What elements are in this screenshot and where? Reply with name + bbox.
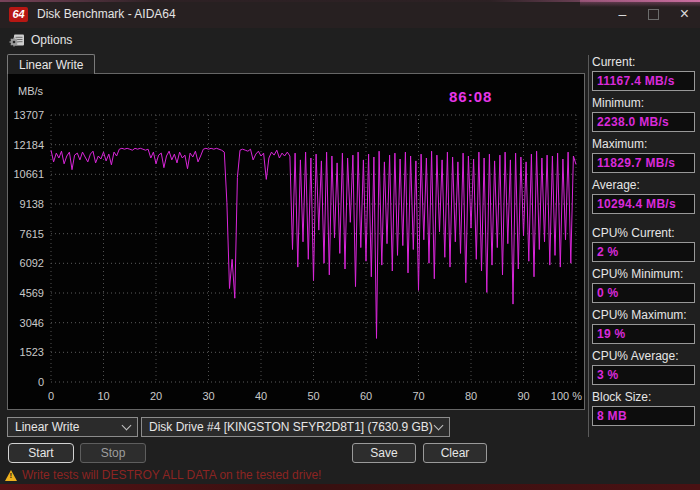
stop-button[interactable]: Stop: [80, 443, 146, 463]
stat-label: CPU% Maximum:: [592, 308, 700, 322]
options-icon: [9, 33, 25, 47]
stat-maximum: Maximum: 11829.7 MB/s: [592, 137, 700, 173]
stat-value: 2238.0 MB/s: [592, 112, 695, 132]
stat-label: Average:: [592, 178, 700, 192]
tab-label: Linear Write: [19, 58, 83, 72]
warning-icon: [5, 470, 17, 481]
stat-cpu-minimum: CPU% Minimum: 0 %: [592, 267, 700, 303]
stats-sidebar: Current: 11167.4 MB/s Minimum: 2238.0 MB…: [588, 55, 700, 437]
maximize-icon: [648, 9, 659, 20]
svg-text:30: 30: [202, 390, 214, 402]
test-type-select-value: Linear Write: [15, 420, 79, 434]
app-window: 64 Disk Benchmark - AIDA64 – ×: [0, 0, 700, 490]
stat-label: Minimum:: [592, 96, 700, 110]
svg-text:1523: 1523: [20, 346, 44, 358]
drive-select-value: Disk Drive #4 [KINGSTON SFYR2D8T1] (7630…: [149, 420, 433, 434]
window-title: Disk Benchmark - AIDA64: [37, 7, 176, 21]
stat-cpu-current: CPU% Current: 2 %: [592, 226, 700, 262]
stat-cpu-average: CPU% Average: 3 %: [592, 349, 700, 385]
svg-text:40: 40: [255, 390, 267, 402]
title-bar: 64 Disk Benchmark - AIDA64 – ×: [0, 0, 700, 28]
svg-text:4569: 4569: [20, 287, 44, 299]
svg-text:0: 0: [48, 390, 54, 402]
stat-label: CPU% Current:: [592, 226, 700, 240]
tab-linear-write[interactable]: Linear Write: [7, 54, 95, 74]
start-button[interactable]: Start: [8, 443, 74, 463]
stat-value: 3 %: [592, 365, 695, 385]
chart-panel: 0152330464569609276159138106611218413707…: [7, 73, 585, 410]
drive-select[interactable]: Disk Drive #4 [KINGSTON SFYR2D8T1] (7630…: [141, 417, 450, 437]
save-button[interactable]: Save: [352, 443, 416, 463]
stat-label: Current:: [592, 55, 700, 69]
menu-bar: Options: [0, 28, 700, 52]
svg-text:6092: 6092: [20, 257, 44, 269]
stat-value: 11167.4 MB/s: [592, 71, 695, 91]
svg-text:50: 50: [307, 390, 319, 402]
chevron-down-icon: [122, 421, 132, 431]
stat-block-size: Block Size: 8 MB: [592, 390, 700, 426]
stat-label: Maximum:: [592, 137, 700, 151]
svg-text:20: 20: [150, 390, 162, 402]
close-button[interactable]: ×: [669, 0, 700, 28]
warning-text: Write tests will DESTROY ALL DATA on the…: [22, 468, 321, 482]
window-bottom-edge: [0, 484, 700, 490]
stat-cpu-maximum: CPU% Maximum: 19 %: [592, 308, 700, 344]
svg-text:13707: 13707: [13, 109, 44, 121]
svg-text:12184: 12184: [13, 139, 44, 151]
stat-label: CPU% Minimum:: [592, 267, 700, 281]
svg-text:10: 10: [97, 390, 109, 402]
svg-text:60: 60: [360, 390, 372, 402]
elapsed-time: 86:08: [449, 88, 492, 105]
window-controls: – ×: [607, 0, 700, 28]
chevron-down-icon: [434, 421, 444, 431]
svg-text:7615: 7615: [20, 228, 44, 240]
svg-text:0: 0: [38, 376, 44, 388]
stat-label: Block Size:: [592, 390, 700, 404]
svg-text:80: 80: [465, 390, 477, 402]
options-menu-label: Options: [31, 33, 72, 47]
svg-text:90: 90: [517, 390, 529, 402]
stat-value: 10294.4 MB/s: [592, 194, 695, 214]
y-axis-unit-label: MB/s: [18, 85, 43, 97]
svg-text:9138: 9138: [20, 198, 44, 210]
clear-button[interactable]: Clear: [423, 443, 487, 463]
stat-value: 11829.7 MB/s: [592, 153, 695, 173]
warning-bar: Write tests will DESTROY ALL DATA on the…: [0, 466, 700, 484]
svg-text:70: 70: [412, 390, 424, 402]
options-menu[interactable]: Options: [6, 31, 80, 49]
minimize-button[interactable]: –: [607, 0, 638, 28]
svg-text:10661: 10661: [13, 168, 44, 180]
stat-value: 19 %: [592, 324, 695, 344]
minimize-icon: –: [619, 6, 627, 22]
stat-value: 2 %: [592, 242, 695, 262]
stat-label: CPU% Average:: [592, 349, 700, 363]
stat-minimum: Minimum: 2238.0 MB/s: [592, 96, 700, 132]
maximize-button[interactable]: [638, 0, 669, 28]
stat-current: Current: 11167.4 MB/s: [592, 55, 700, 91]
stat-value: 8 MB: [592, 406, 695, 426]
aida64-logo-icon: 64: [9, 7, 28, 22]
close-icon: ×: [680, 5, 689, 23]
benchmark-chart: 0152330464569609276159138106611218413707…: [8, 74, 584, 409]
stat-value: 0 %: [592, 283, 695, 303]
stat-average: Average: 10294.4 MB/s: [592, 178, 700, 214]
svg-text:100 %: 100 %: [551, 390, 582, 402]
test-type-select[interactable]: Linear Write: [7, 417, 138, 437]
svg-text:3046: 3046: [20, 317, 44, 329]
